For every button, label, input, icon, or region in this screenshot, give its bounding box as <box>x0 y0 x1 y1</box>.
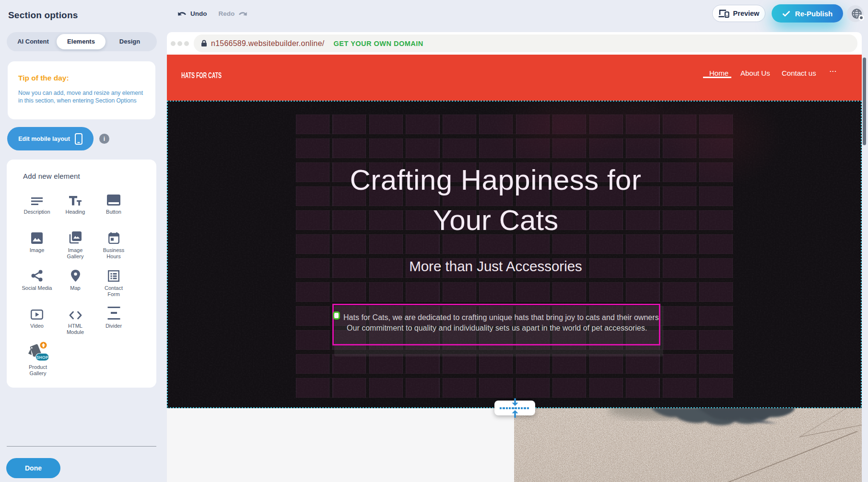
svg-text:SHOP: SHOP <box>36 355 48 360</box>
